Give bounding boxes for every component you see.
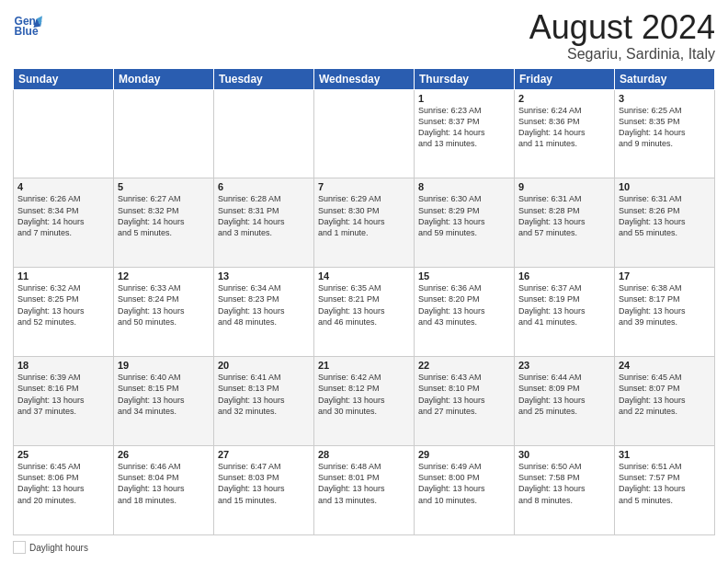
day-info: Sunrise: 6:43 AMSunset: 8:10 PMDaylight:… — [418, 372, 510, 417]
calendar-cell: 21Sunrise: 6:42 AMSunset: 8:12 PMDayligh… — [314, 357, 415, 446]
calendar-cell — [114, 89, 214, 178]
calendar-cell — [14, 89, 114, 178]
day-number: 8 — [418, 181, 510, 192]
day-info: Sunrise: 6:51 AMSunset: 7:57 PMDaylight:… — [619, 461, 711, 506]
calendar-cell: 27Sunrise: 6:47 AMSunset: 8:03 PMDayligh… — [214, 446, 314, 535]
calendar-col-thursday: Thursday — [415, 68, 515, 89]
day-info: Sunrise: 6:42 AMSunset: 8:12 PMDaylight:… — [318, 372, 410, 417]
day-info: Sunrise: 6:38 AMSunset: 8:17 PMDaylight:… — [619, 282, 711, 327]
day-number: 19 — [118, 360, 210, 371]
day-number: 3 — [619, 93, 711, 104]
calendar-week-3: 11Sunrise: 6:32 AMSunset: 8:25 PMDayligh… — [14, 268, 715, 357]
calendar-cell: 8Sunrise: 6:30 AMSunset: 8:29 PMDaylight… — [415, 178, 515, 268]
day-number: 21 — [318, 360, 410, 371]
day-info: Sunrise: 6:49 AMSunset: 8:00 PMDaylight:… — [418, 461, 510, 506]
calendar-cell: 26Sunrise: 6:46 AMSunset: 8:04 PMDayligh… — [114, 446, 214, 535]
day-info: Sunrise: 6:44 AMSunset: 8:09 PMDaylight:… — [518, 372, 610, 417]
logo: General Blue — [13, 13, 44, 39]
calendar-col-sunday: Sunday — [14, 68, 114, 89]
day-info: Sunrise: 6:34 AMSunset: 8:23 PMDaylight:… — [218, 282, 310, 327]
subtitle: Segariu, Sardinia, Italy — [529, 46, 715, 63]
day-info: Sunrise: 6:28 AMSunset: 8:31 PMDaylight:… — [218, 193, 310, 238]
day-number: 28 — [318, 449, 410, 460]
calendar-cell: 2Sunrise: 6:24 AMSunset: 8:36 PMDaylight… — [515, 89, 615, 178]
calendar-cell: 13Sunrise: 6:34 AMSunset: 8:23 PMDayligh… — [214, 268, 314, 357]
day-info: Sunrise: 6:33 AMSunset: 8:24 PMDaylight:… — [118, 282, 210, 327]
calendar-cell: 29Sunrise: 6:49 AMSunset: 8:00 PMDayligh… — [415, 446, 515, 535]
legend-box-light — [13, 541, 26, 554]
calendar-cell: 16Sunrise: 6:37 AMSunset: 8:19 PMDayligh… — [515, 268, 615, 357]
calendar-col-friday: Friday — [515, 68, 615, 89]
calendar-cell: 22Sunrise: 6:43 AMSunset: 8:10 PMDayligh… — [415, 357, 515, 446]
calendar-week-2: 4Sunrise: 6:26 AMSunset: 8:34 PMDaylight… — [14, 178, 715, 268]
logo-icon: General Blue — [13, 13, 42, 39]
day-info: Sunrise: 6:25 AMSunset: 8:35 PMDaylight:… — [619, 105, 711, 150]
day-number: 26 — [118, 449, 210, 460]
day-info: Sunrise: 6:31 AMSunset: 8:28 PMDaylight:… — [518, 193, 610, 238]
calendar-cell: 28Sunrise: 6:48 AMSunset: 8:01 PMDayligh… — [314, 446, 415, 535]
day-number: 12 — [118, 270, 210, 282]
day-number: 24 — [619, 360, 711, 371]
calendar-cell: 15Sunrise: 6:36 AMSunset: 8:20 PMDayligh… — [415, 268, 515, 357]
main-title: August 2024 — [529, 9, 715, 46]
day-info: Sunrise: 6:32 AMSunset: 8:25 PMDaylight:… — [17, 282, 109, 327]
legend-label-light: Daylight hours — [29, 543, 88, 553]
calendar-cell: 31Sunrise: 6:51 AMSunset: 7:57 PMDayligh… — [615, 446, 715, 535]
calendar-cell: 12Sunrise: 6:33 AMSunset: 8:24 PMDayligh… — [114, 268, 214, 357]
day-info: Sunrise: 6:26 AMSunset: 8:34 PMDaylight:… — [17, 193, 109, 238]
title-block: August 2024 Segariu, Sardinia, Italy — [529, 9, 715, 63]
day-number: 30 — [518, 449, 610, 460]
day-number: 5 — [118, 181, 210, 192]
day-number: 9 — [518, 181, 610, 192]
day-number: 6 — [218, 181, 310, 192]
day-number: 14 — [318, 270, 410, 282]
calendar-cell — [314, 89, 415, 178]
day-info: Sunrise: 6:46 AMSunset: 8:04 PMDaylight:… — [118, 461, 210, 506]
calendar-cell — [214, 89, 314, 178]
calendar-week-5: 25Sunrise: 6:45 AMSunset: 8:06 PMDayligh… — [14, 446, 715, 535]
calendar-week-4: 18Sunrise: 6:39 AMSunset: 8:16 PMDayligh… — [14, 357, 715, 446]
calendar-cell: 4Sunrise: 6:26 AMSunset: 8:34 PMDaylight… — [14, 178, 114, 268]
day-info: Sunrise: 6:23 AMSunset: 8:37 PMDaylight:… — [418, 105, 510, 150]
day-number: 4 — [17, 181, 109, 192]
day-number: 16 — [518, 270, 610, 282]
day-info: Sunrise: 6:24 AMSunset: 8:36 PMDaylight:… — [518, 105, 610, 150]
legend-item-light: Daylight hours — [13, 541, 88, 554]
day-info: Sunrise: 6:29 AMSunset: 8:30 PMDaylight:… — [318, 193, 410, 238]
day-info: Sunrise: 6:31 AMSunset: 8:26 PMDaylight:… — [619, 193, 711, 238]
day-number: 23 — [518, 360, 610, 371]
calendar-cell: 30Sunrise: 6:50 AMSunset: 7:58 PMDayligh… — [515, 446, 615, 535]
day-info: Sunrise: 6:37 AMSunset: 8:19 PMDaylight:… — [518, 282, 610, 327]
calendar-cell: 6Sunrise: 6:28 AMSunset: 8:31 PMDaylight… — [214, 178, 314, 268]
day-info: Sunrise: 6:45 AMSunset: 8:07 PMDaylight:… — [619, 372, 711, 417]
legend: Daylight hours — [13, 541, 715, 554]
day-number: 13 — [218, 270, 310, 282]
calendar-cell: 18Sunrise: 6:39 AMSunset: 8:16 PMDayligh… — [14, 357, 114, 446]
day-number: 18 — [17, 360, 109, 371]
calendar-cell: 25Sunrise: 6:45 AMSunset: 8:06 PMDayligh… — [14, 446, 114, 535]
day-number: 20 — [218, 360, 310, 371]
day-number: 25 — [17, 449, 109, 460]
day-number: 29 — [418, 449, 510, 460]
calendar-cell: 17Sunrise: 6:38 AMSunset: 8:17 PMDayligh… — [615, 268, 715, 357]
calendar-cell: 7Sunrise: 6:29 AMSunset: 8:30 PMDaylight… — [314, 178, 415, 268]
calendar-col-saturday: Saturday — [615, 68, 715, 89]
calendar-cell: 9Sunrise: 6:31 AMSunset: 8:28 PMDaylight… — [515, 178, 615, 268]
day-number: 10 — [619, 181, 711, 192]
day-number: 22 — [418, 360, 510, 371]
day-info: Sunrise: 6:27 AMSunset: 8:32 PMDaylight:… — [118, 193, 210, 238]
calendar-col-wednesday: Wednesday — [314, 68, 415, 89]
day-info: Sunrise: 6:45 AMSunset: 8:06 PMDaylight:… — [17, 461, 109, 506]
day-info: Sunrise: 6:48 AMSunset: 8:01 PMDaylight:… — [318, 461, 410, 506]
calendar-cell: 24Sunrise: 6:45 AMSunset: 8:07 PMDayligh… — [615, 357, 715, 446]
day-info: Sunrise: 6:50 AMSunset: 7:58 PMDaylight:… — [518, 461, 610, 506]
day-info: Sunrise: 6:35 AMSunset: 8:21 PMDaylight:… — [318, 282, 410, 327]
calendar-col-monday: Monday — [114, 68, 214, 89]
day-number: 15 — [418, 270, 510, 282]
calendar-cell: 10Sunrise: 6:31 AMSunset: 8:26 PMDayligh… — [615, 178, 715, 268]
day-info: Sunrise: 6:47 AMSunset: 8:03 PMDaylight:… — [218, 461, 310, 506]
calendar-cell: 1Sunrise: 6:23 AMSunset: 8:37 PMDaylight… — [415, 89, 515, 178]
calendar-cell: 14Sunrise: 6:35 AMSunset: 8:21 PMDayligh… — [314, 268, 415, 357]
day-info: Sunrise: 6:40 AMSunset: 8:15 PMDaylight:… — [118, 372, 210, 417]
day-number: 1 — [418, 93, 510, 104]
